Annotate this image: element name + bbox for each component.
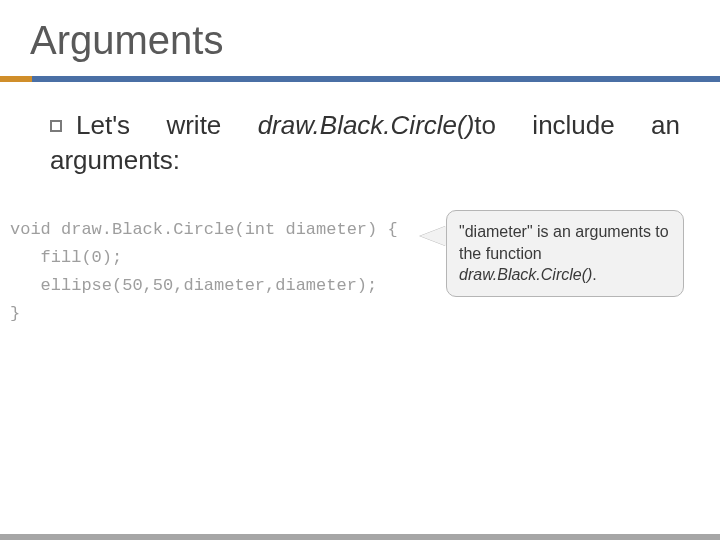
bottom-rule xyxy=(0,534,720,540)
code-line-4: } xyxy=(10,304,20,323)
title-rule xyxy=(0,76,720,82)
rule-main xyxy=(32,76,720,82)
body-paragraph: Let's write draw.Black.Circle()to includ… xyxy=(50,108,680,178)
slide: Arguments Let's write draw.Black.Circle(… xyxy=(0,0,720,540)
body-prefix: Let's write xyxy=(76,110,258,140)
bullet-icon xyxy=(50,120,62,132)
code-line-2: fill(0); xyxy=(10,248,122,267)
callout-text-1: "diameter" is an arguments to the functi… xyxy=(459,223,669,262)
body-function-name: draw.Black.Circle() xyxy=(258,110,475,140)
code-block: void draw.Black.Circle(int diameter) { f… xyxy=(10,216,398,328)
callout-box: "diameter" is an arguments to the functi… xyxy=(446,210,684,297)
rule-accent xyxy=(0,76,32,82)
code-line-1: void draw.Black.Circle(int diameter) { xyxy=(10,220,398,239)
code-line-3: ellipse(50,50,diameter,diameter); xyxy=(10,276,377,295)
callout-function-name: draw.Black.Circle() xyxy=(459,266,592,283)
callout-text-2: . xyxy=(592,266,596,283)
slide-title: Arguments xyxy=(30,18,223,63)
callout-tail-icon xyxy=(420,226,446,246)
